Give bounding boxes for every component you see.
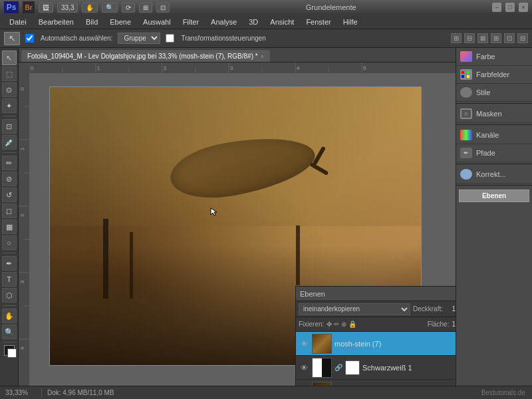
lasso-tool[interactable]: ⊙ <box>2 82 17 97</box>
text-tool[interactable]: T <box>2 272 17 287</box>
minimize-button[interactable]: − <box>492 3 501 12</box>
transform-checkbox[interactable] <box>166 34 174 43</box>
blend-mode-dropdown[interactable]: ineinanderkopieren <box>299 303 410 315</box>
eyedropper-tool[interactable]: 💉 <box>2 135 17 150</box>
panel-stile-icon <box>460 87 472 98</box>
dodge-tool[interactable]: ○ <box>2 235 17 250</box>
layer-eye-1[interactable]: 👁 <box>299 338 309 349</box>
document-tab[interactable]: Fotolia_109404_M - Lev Dolgatshjov.jpg b… <box>21 50 270 62</box>
ruler-top: 0 1 2 3 4 5 <box>29 63 456 73</box>
zoom-value[interactable]: 33,3 <box>57 3 78 13</box>
selection-tool[interactable]: ⬚ <box>2 66 17 81</box>
foreground-color[interactable] <box>4 345 15 356</box>
svg-text:3: 3 <box>230 65 233 71</box>
layer-eye-2[interactable]: 👁 <box>299 362 309 373</box>
zoom-tool-btn[interactable]: 🔍 <box>102 3 118 13</box>
zoom-tool[interactable]: 🔍 <box>2 325 17 339</box>
layer-mask-thumb <box>345 360 360 375</box>
tab-bar: Fotolia_109404_M - Lev Dolgatshjov.jpg b… <box>19 48 456 63</box>
menu-ansicht[interactable]: Ansicht <box>265 17 299 27</box>
fix-lock-icon[interactable]: 🔒 <box>348 321 356 328</box>
move-tool[interactable]: ↖ <box>2 51 17 65</box>
fix-position-icon[interactable]: ✤ <box>327 321 332 328</box>
brush-tool[interactable]: ✏ <box>2 156 17 170</box>
close-button[interactable]: × <box>519 3 528 12</box>
tab-close-btn[interactable]: × <box>261 53 264 60</box>
maximize-button[interactable]: □ <box>505 3 515 12</box>
status-doc-label: Dok: <box>47 389 61 396</box>
clone-tool[interactable]: ⊘ <box>2 172 17 186</box>
layers-panel-btn[interactable]: Ebenen <box>459 190 529 202</box>
opacity-value[interactable]: 100% <box>446 305 456 313</box>
hand-tool[interactable]: ✋ <box>2 309 17 323</box>
structure-1 <box>103 219 108 299</box>
transform-label: Transformationssteuerungen <box>181 35 265 42</box>
menu-hilfe[interactable]: Hilfe <box>338 17 363 27</box>
align-center-icon[interactable]: ⊟ <box>464 33 475 43</box>
align-top-icon[interactable]: ⊞ <box>491 33 501 43</box>
structure-2 <box>130 232 133 299</box>
pen-tool[interactable]: ✒ <box>2 256 17 271</box>
left-toolbar: ↖ ⬚ ⊙ ✦ ⊡ 💉 ✏ ⊘ ↺ ◻ ▦ ○ ✒ T ⬡ ✋ 🔍 <box>0 48 19 386</box>
panel-masken-label: Masken <box>476 110 502 118</box>
hand-tool-btn[interactable]: ✋ <box>82 3 98 13</box>
cursor-indicator <box>209 207 220 217</box>
panel-stile[interactable]: Stile <box>456 84 532 102</box>
align-bottom-icon[interactable]: ⊟ <box>517 33 528 43</box>
options-bar: ↖ Automatisch auswählen: Gruppe Ebene Tr… <box>0 29 532 48</box>
panel-masken[interactable]: ○ Masken <box>456 105 532 123</box>
menu-datei[interactable]: Datei <box>4 17 32 27</box>
move-tool-icon[interactable]: ↖ <box>4 32 20 45</box>
auto-select-dropdown[interactable]: Gruppe Ebene <box>118 33 160 44</box>
align-tools: ⊞ ⊟ ⊠ ⊞ ⊡ ⊟ <box>451 33 528 43</box>
menu-filter[interactable]: Filter <box>178 17 204 27</box>
fix-brush-icon[interactable]: ✏ <box>334 321 339 328</box>
view-btn[interactable]: ⊡ <box>156 3 170 13</box>
svg-text:1: 1 <box>97 65 100 71</box>
history-brush[interactable]: ↺ <box>2 188 17 202</box>
layer-thumb-1 <box>312 334 332 354</box>
canvas-area: Fotolia_109404_M - Lev Dolgatshjov.jpg b… <box>19 48 456 386</box>
eraser-tool[interactable]: ◻ <box>2 203 17 218</box>
ruler-top-svg: 0 1 2 3 4 5 <box>29 63 456 73</box>
layer-row-schwarzweiss[interactable]: 👁 🔗 Schwarzweiß 1 <box>296 356 456 380</box>
magic-wand-tool[interactable]: ✦ <box>2 98 17 113</box>
crop-tool[interactable]: ⊡ <box>2 119 17 134</box>
shape-tool[interactable]: ⬡ <box>2 288 17 303</box>
layer-thumb-2 <box>312 358 332 378</box>
menu-bearbeiten[interactable]: Bearbeiten <box>33 17 79 27</box>
background-color[interactable] <box>7 348 17 358</box>
align-right-icon[interactable]: ⊠ <box>477 33 488 43</box>
menu-3d[interactable]: 3D <box>243 17 263 27</box>
panel-pfade[interactable]: ✒ Pfade <box>456 144 532 162</box>
menu-fenster[interactable]: Fenster <box>301 17 336 27</box>
panel-farbfelder[interactable]: Farbfelder <box>456 66 532 84</box>
align-left-icon[interactable]: ⊞ <box>451 33 462 43</box>
layer-row-hintergrund[interactable]: 👁 Hintergrund 🔒 <box>296 380 456 386</box>
fix-all-icon[interactable]: ⊕ <box>341 321 346 328</box>
align-middle-icon[interactable]: ⊡ <box>504 33 515 43</box>
svg-text:0: 0 <box>31 65 34 71</box>
layer-row-mosh-stein[interactable]: 👁 mosh-stein (7) <box>296 332 456 356</box>
panel-farbe[interactable]: Farbe <box>456 48 532 66</box>
auto-select-checkbox[interactable] <box>25 34 34 43</box>
rotate-tool-btn[interactable]: ⟳ <box>122 3 135 13</box>
svg-text:0: 0 <box>19 87 25 90</box>
layer-mask-preview <box>322 358 331 377</box>
svg-rect-0 <box>29 63 456 73</box>
panel-kanaele[interactable]: Kanäle <box>456 126 532 144</box>
gradient-tool[interactable]: ▦ <box>2 219 17 234</box>
menu-auswahl[interactable]: Auswahl <box>138 17 176 27</box>
layers-panel-header: Ebenen « ☰ <box>296 287 456 301</box>
menu-ebene[interactable]: Ebene <box>104 17 136 27</box>
menu-analyse[interactable]: Analyse <box>205 17 242 27</box>
svg-text:1: 1 <box>19 147 25 150</box>
ps-logo: Ps <box>4 1 19 13</box>
toolbar-image-btn[interactable]: 🖼 <box>39 3 53 13</box>
panel-korrekt[interactable]: Korrekt... <box>456 166 532 184</box>
ruler-left-svg: 0 1 2 3 4 <box>19 73 29 386</box>
grid-btn[interactable]: ⊞ <box>139 3 152 13</box>
svg-text:2: 2 <box>19 213 25 217</box>
fill-value[interactable]: 100% <box>452 321 456 328</box>
menu-bild[interactable]: Bild <box>80 17 103 27</box>
